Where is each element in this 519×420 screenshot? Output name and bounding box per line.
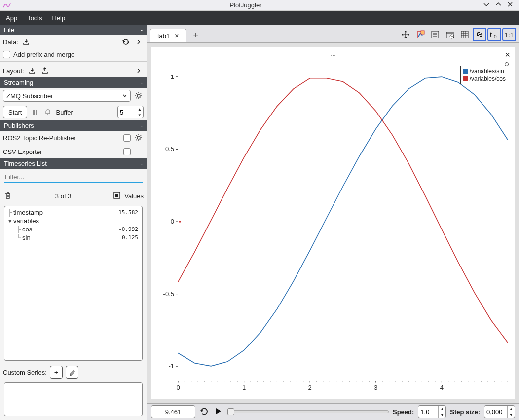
streaming-settings-icon[interactable] (134, 91, 144, 101)
buffer-up-icon[interactable]: ▲ (136, 106, 143, 112)
legend-tool-icon[interactable] (428, 28, 442, 41)
plot-menu-icon[interactable]: … (330, 50, 336, 57)
ros2-publisher-checkbox[interactable] (123, 134, 131, 142)
streaming-source-select[interactable]: ZMQ Subscriber (3, 90, 131, 102)
menu-tools[interactable]: Tools (23, 12, 46, 24)
ros2-publisher-settings-icon[interactable] (134, 133, 144, 143)
step-down-icon[interactable]: ▼ (508, 412, 515, 418)
chart-canvas[interactable]: -1-0.500.5101234 (151, 47, 515, 399)
publishers-section-label: Publishers (4, 122, 34, 129)
close-window-icon[interactable] (504, 1, 516, 9)
speed-down-icon[interactable]: ▼ (439, 412, 445, 418)
svg-text:4: 4 (440, 383, 444, 391)
buffer-field[interactable]: ▲▼ (117, 106, 144, 118)
tree-item-sin[interactable]: └ sin 0.125 (6, 233, 140, 242)
svg-text:0: 0 (494, 34, 497, 39)
sidebar: File - Data: Add prefix and merge Layout… (0, 25, 147, 420)
collapse-publishers-icon[interactable]: - (141, 122, 143, 129)
add-prefix-checkbox[interactable] (3, 51, 10, 58)
svg-text:2: 2 (308, 383, 312, 391)
delete-series-icon[interactable] (3, 191, 13, 201)
link-axes-icon[interactable] (473, 28, 486, 41)
timeseries-tree[interactable]: ├ timestamp 15.582 ▾ variables ├ cos -0.… (4, 206, 143, 361)
add-tab-button[interactable]: + (193, 30, 199, 42)
filter-input[interactable] (4, 172, 143, 183)
svg-rect-6 (421, 31, 424, 34)
plot-panel[interactable]: … × /variables/sin /variables/cos -1-0.5… (151, 47, 515, 399)
tree-item-timestamp[interactable]: ├ timestamp 15.582 (6, 208, 140, 217)
reload-data-icon[interactable] (121, 37, 131, 47)
add-custom-series-button[interactable]: + (50, 366, 63, 379)
timeseries-section-header[interactable]: Timeseries List - (0, 158, 147, 169)
data-label: Data: (3, 38, 18, 46)
time-slider[interactable] (227, 410, 389, 413)
edit-custom-series-button[interactable] (66, 366, 78, 379)
plot-legend[interactable]: /variables/sin /variables/cos (460, 66, 508, 84)
content-area: tab1 × + t0 1:1 … × /variables/sin /vari… (147, 25, 519, 420)
file-section-header[interactable]: File - (0, 25, 147, 35)
streaming-source-value: ZMQ Subscriber (6, 92, 53, 100)
chevron-right-icon-2[interactable] (134, 66, 144, 76)
tab-close-icon[interactable]: × (175, 32, 179, 39)
step-field[interactable]: ▲▼ (484, 405, 515, 418)
menu-app[interactable]: App (2, 12, 21, 24)
start-stream-button[interactable]: Start (3, 106, 27, 118)
tab-tab1[interactable]: tab1 × (150, 29, 186, 42)
menu-bar: App Tools Help (0, 11, 519, 25)
custom-series-label: Custom Series: (3, 369, 47, 376)
custom-series-list[interactable] (4, 382, 143, 416)
tree-item-cos[interactable]: ├ cos -0.992 (6, 225, 140, 233)
file-section-label: File (4, 26, 14, 34)
import-layout-icon[interactable] (27, 66, 37, 76)
tree-branch-icon: ├ (6, 209, 13, 216)
notification-icon[interactable] (43, 107, 53, 117)
streaming-section-header[interactable]: Streaming - (0, 77, 147, 88)
svg-text:0.5: 0.5 (165, 145, 174, 153)
speed-label: Speed: (393, 408, 414, 416)
tree-branch-icon: ├ (15, 226, 22, 233)
step-up-icon[interactable]: ▲ (508, 406, 515, 412)
maximize-icon[interactable] (492, 1, 504, 9)
grid-tool-icon[interactable] (458, 28, 472, 41)
step-input[interactable] (484, 408, 507, 416)
time-range-tool-icon[interactable] (443, 28, 457, 41)
chevron-right-icon[interactable] (134, 37, 144, 47)
buffer-input[interactable] (118, 109, 136, 116)
svg-text:1: 1 (171, 73, 174, 80)
speed-input[interactable] (418, 408, 438, 416)
pause-icon[interactable] (30, 107, 40, 117)
t0-offset-icon[interactable]: t0 (487, 28, 501, 41)
pan-tool-icon[interactable] (399, 28, 412, 41)
menu-help[interactable]: Help (48, 12, 70, 24)
step-label: Step size: (450, 408, 480, 416)
values-column-icon[interactable] (113, 192, 120, 200)
collapse-timeseries-icon[interactable]: - (141, 160, 143, 167)
export-layout-icon[interactable] (40, 66, 50, 76)
zoom-region-icon[interactable] (413, 28, 427, 41)
time-display[interactable]: 9.461 (151, 405, 195, 418)
tree-item-variables[interactable]: ▾ variables (6, 217, 140, 225)
app-logo-icon (3, 1, 11, 9)
aspect-1to1-icon[interactable]: 1:1 (502, 28, 516, 41)
collapse-streaming-icon[interactable]: - (141, 79, 143, 86)
collapse-file-icon[interactable]: - (141, 26, 143, 34)
buffer-down-icon[interactable]: ▼ (136, 112, 143, 118)
tree-value-sin: 0.125 (122, 234, 140, 241)
play-icon[interactable] (213, 406, 223, 418)
plot-close-icon[interactable]: × (505, 50, 510, 60)
tree-label-timestamp: timestamp (13, 209, 43, 216)
import-data-icon[interactable] (21, 37, 31, 47)
slider-thumb[interactable] (227, 408, 234, 415)
values-column-label: Values (124, 192, 144, 200)
speed-up-icon[interactable]: ▲ (439, 406, 445, 412)
speed-field[interactable]: ▲▼ (418, 405, 446, 418)
publishers-section-header[interactable]: Publishers - (0, 120, 147, 131)
svg-rect-5 (115, 194, 118, 197)
csv-exporter-checkbox[interactable] (123, 148, 131, 155)
playback-bar: 9.461 Speed: ▲▼ Step size: ▲▼ (147, 403, 519, 420)
svg-text:1: 1 (242, 383, 246, 391)
legend-swatch-cos (463, 76, 468, 81)
loop-icon[interactable] (199, 406, 209, 418)
minimize-icon[interactable] (481, 1, 492, 9)
tree-expand-icon[interactable]: ▾ (6, 217, 13, 225)
